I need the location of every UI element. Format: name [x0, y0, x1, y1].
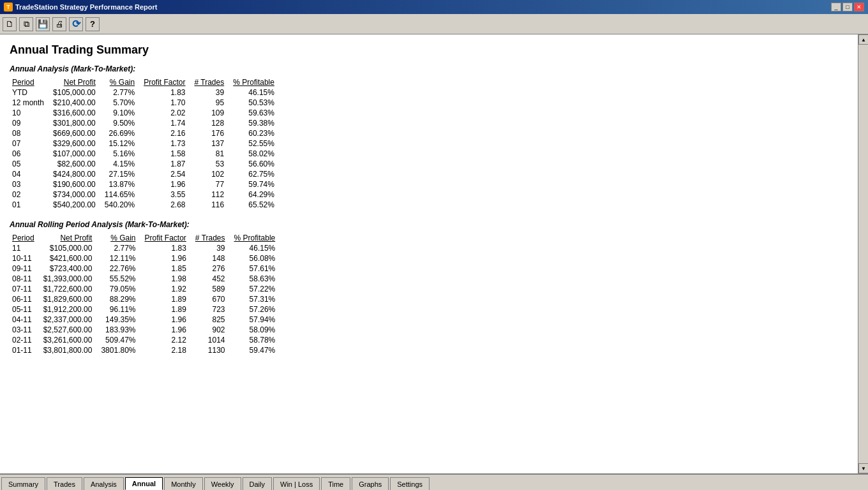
section2-cell-0-5: 46.15% [232, 243, 282, 253]
col-header-trades-2: # Trades [193, 233, 232, 243]
col-header-netprofit-2: Net Profit [41, 233, 99, 243]
table-row: 09$301,800.009.50%1.7412859.38% [10, 118, 281, 128]
section1-cell-10-1: $734,000.00 [50, 189, 102, 200]
section1-cell-8-5: 62.75% [230, 169, 281, 179]
section2-cell-1-2: 12.11% [98, 253, 142, 264]
minimize-button[interactable]: _ [831, 3, 841, 11]
section2-cell-8-5: 58.09% [232, 325, 282, 335]
section2-cell-6-2: 96.11% [98, 304, 142, 315]
table-row: 01$540,200.00540.20%2.6811665.52% [10, 200, 281, 210]
section1-cell-9-4: 77 [192, 179, 231, 189]
table-row: 07-11$1,722,600.0079.05%1.9258957.22% [10, 284, 281, 294]
section1-cell-5-3: 1.73 [141, 138, 191, 149]
section2-cell-8-2: 183.93% [98, 325, 142, 335]
section1-cell-7-2: 4.15% [102, 159, 141, 169]
section2-cell-7-5: 57.94% [232, 315, 282, 325]
section1-cell-7-3: 1.87 [141, 159, 191, 169]
section1-cell-2-0: 10 [10, 108, 50, 118]
table-row: 05-11$1,912,200.0096.11%1.8972357.26% [10, 304, 281, 315]
table-row: 06$107,000.005.16%1.588158.02% [10, 149, 281, 159]
section2-cell-1-1: $421,600.00 [41, 253, 99, 264]
table-row: 09-11$723,400.0022.76%1.8527657.61% [10, 264, 281, 274]
section1-cell-2-1: $316,600.00 [50, 108, 102, 118]
section1-cell-1-4: 95 [192, 98, 231, 108]
table-row: 02-11$3,261,600.00509.47%2.12101458.78% [10, 335, 281, 345]
tab-graphs[interactable]: Graphs [352, 477, 389, 490]
scroll-track[interactable] [858, 45, 868, 463]
table-row: YTD$105,000.002.77%1.833946.15% [10, 87, 281, 98]
col-header-trades-1: # Trades [192, 77, 231, 87]
scroll-up-button[interactable]: ▲ [858, 34, 868, 45]
refresh-button[interactable]: ⟳ [69, 17, 83, 31]
tab-monthly[interactable]: Monthly [164, 477, 203, 490]
section1-cell-2-5: 59.63% [230, 108, 281, 118]
section2-cell-5-2: 88.29% [98, 294, 142, 304]
print-button[interactable]: 🖨 [52, 17, 66, 31]
tab-summary[interactable]: Summary [1, 477, 45, 490]
section1-cell-3-0: 09 [10, 118, 50, 128]
toolbar: 🗋 ⧉ 💾 🖨 ⟳ ? [0, 14, 868, 34]
section2-cell-10-5: 59.47% [232, 345, 282, 355]
section1-cell-1-5: 50.53% [230, 98, 281, 108]
section2-cell-9-5: 58.78% [232, 335, 282, 345]
table-row: 07$329,600.0015.12%1.7313752.55% [10, 138, 281, 149]
window-controls: _ □ ✕ [831, 3, 864, 11]
tab-settings[interactable]: Settings [390, 477, 430, 490]
section1-cell-11-0: 01 [10, 200, 50, 210]
section2-cell-5-1: $1,829,600.00 [41, 294, 99, 304]
refresh-icon: ⟳ [72, 18, 80, 30]
section1-heading: Annual Analysis (Mark-To-Market): [10, 64, 848, 73]
section1-cell-4-1: $669,600.00 [50, 128, 102, 138]
section1-cell-5-5: 52.55% [230, 138, 281, 149]
save-button[interactable]: 💾 [36, 17, 50, 31]
table-row: 03$190,600.0013.87%1.967759.74% [10, 179, 281, 189]
copy-button[interactable]: ⧉ [19, 17, 33, 31]
section2-cell-6-4: 723 [193, 304, 232, 315]
new-button[interactable]: 🗋 [3, 17, 17, 31]
section1-cell-11-1: $540,200.00 [50, 200, 102, 210]
tab-annual[interactable]: Annual [125, 477, 163, 490]
section2-cell-4-4: 589 [193, 284, 232, 294]
help-icon: ? [90, 19, 95, 29]
section1-cell-11-5: 65.52% [230, 200, 281, 210]
section2-cell-9-2: 509.47% [98, 335, 142, 345]
title-bar-left: T TradeStation Strategy Performance Repo… [4, 3, 158, 11]
section2-cell-10-0: 01-11 [10, 345, 41, 355]
section2-cell-3-0: 08-11 [10, 274, 41, 284]
section1-cell-0-0: YTD [10, 87, 50, 98]
help-button[interactable]: ? [86, 17, 100, 31]
table-row: 01-11$3,801,800.003801.80%2.18113059.47% [10, 345, 281, 355]
tab-trades[interactable]: Trades [47, 477, 82, 490]
table-row: 08$669,600.0026.69%2.1617660.23% [10, 128, 281, 138]
tab-analysis[interactable]: Analysis [84, 477, 124, 490]
tab-win---loss[interactable]: Win | Loss [273, 477, 320, 490]
section2-cell-3-1: $1,393,000.00 [41, 274, 99, 284]
page-title: Annual Trading Summary [10, 43, 848, 57]
section1-cell-2-4: 109 [192, 108, 231, 118]
tab-bar: SummaryTradesAnalysisAnnualMonthlyWeekly… [0, 473, 868, 490]
section1-cell-1-1: $210,400.00 [50, 98, 102, 108]
section2-cell-10-3: 2.18 [142, 345, 192, 355]
tab-weekly[interactable]: Weekly [204, 477, 241, 490]
section1-cell-8-0: 04 [10, 169, 50, 179]
maximize-button[interactable]: □ [842, 3, 853, 11]
tab-time[interactable]: Time [321, 477, 350, 490]
section2-cell-5-5: 57.31% [232, 294, 282, 304]
section2-cell-6-1: $1,912,200.00 [41, 304, 99, 315]
section2-cell-8-0: 03-11 [10, 325, 41, 335]
scroll-down-button[interactable]: ▼ [858, 463, 868, 473]
scrollbar[interactable]: ▲ ▼ [858, 34, 868, 473]
tab-daily[interactable]: Daily [243, 477, 272, 490]
section2-cell-5-3: 1.89 [142, 294, 192, 304]
section1-cell-9-0: 03 [10, 179, 50, 189]
section1-cell-5-1: $329,600.00 [50, 138, 102, 149]
window-title: TradeStation Strategy Performance Report [15, 3, 158, 11]
close-button[interactable]: ✕ [854, 3, 864, 11]
section2-cell-1-3: 1.96 [142, 253, 192, 264]
section1-cell-10-4: 112 [192, 189, 231, 200]
section1-cell-5-0: 07 [10, 138, 50, 149]
table-row: 05$82,600.004.15%1.875356.60% [10, 159, 281, 169]
section2-cell-9-3: 2.12 [142, 335, 192, 345]
section2-cell-4-5: 57.22% [232, 284, 282, 294]
table-row: 04$424,800.0027.15%2.5410262.75% [10, 169, 281, 179]
